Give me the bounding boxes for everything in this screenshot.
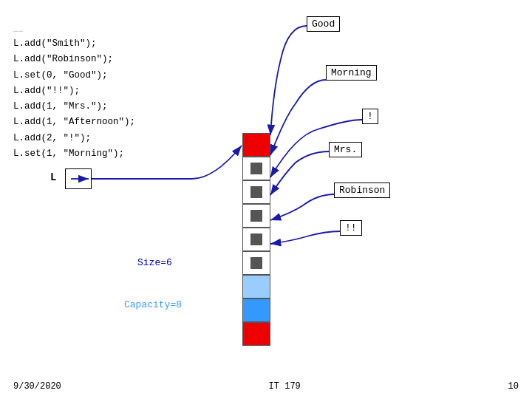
capacity-label: Capacity=8 [124,299,182,310]
page-canvas: …… L.add("Smith"); L.add("Robinson"); L.… [0,0,532,399]
footer-date: 9/30/2020 [13,381,61,392]
array-cell-1 [242,157,270,180]
code-line-4: L.add("!!"); [13,83,135,99]
array-cell-3 [242,204,270,228]
code-line-7: L.add(2, "!"); [13,131,135,146]
label-robinson: Robinson [334,183,390,198]
footer: 9/30/2020 IT 179 10 [0,381,532,392]
dots: …… [13,24,135,36]
code-line-8: L.set(1, "Morning"); [13,146,135,162]
label-exclamation: ! [362,109,378,124]
label-double-exclamation: !! [340,220,362,236]
cell-marker-5 [250,257,262,269]
cell-marker-3 [250,210,262,222]
code-line-6: L.add(1, "Afternoon"); [13,115,135,130]
cell-marker-4 [250,233,262,245]
l-label: L [50,171,56,183]
code-line-1: L.add("Smith"); [13,36,135,52]
label-morning: Morning [326,65,377,81]
code-block: …… L.add("Smith"); L.add("Robinson"); L.… [13,24,135,162]
array-cell-4 [242,228,270,251]
array-column [242,133,270,346]
cell-marker-2 [250,186,262,198]
l-ref-box [65,168,92,189]
cell-marker-1 [250,163,262,174]
array-cell-7 [242,299,270,322]
label-good: Good [307,16,340,32]
footer-course: IT 179 [269,381,301,392]
code-line-3: L.set(0, "Good"); [13,68,135,83]
size-label: Size=6 [137,257,172,268]
label-mrs: Mrs. [329,142,362,157]
array-cell-8 [242,322,270,346]
array-cell-2 [242,180,270,204]
array-cell-0 [242,133,270,157]
array-cell-6 [242,275,270,299]
code-line-2: L.add("Robinson"); [13,52,135,67]
code-line-5: L.add(1, "Mrs."); [13,99,135,115]
array-cell-5 [242,251,270,275]
footer-page: 10 [508,381,519,392]
